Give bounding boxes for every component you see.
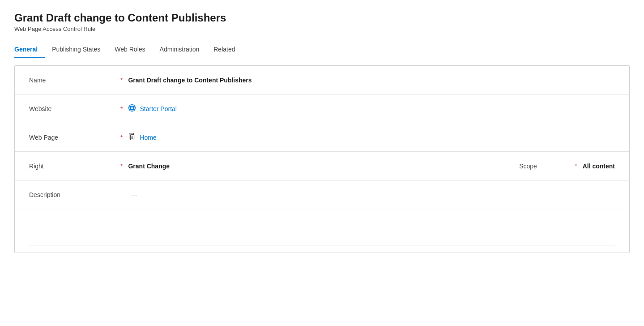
website-required-star: *: [120, 105, 123, 112]
scope-required-star: *: [575, 163, 577, 170]
name-value: Grant Draft change to Content Publishers: [128, 77, 252, 84]
scope-value: All content: [583, 163, 615, 170]
name-row: Name * Grant Draft change to Content Pub…: [15, 66, 629, 94]
scope-label: Scope: [519, 163, 573, 170]
globe-icon: [128, 104, 136, 113]
website-row: Website * Starter Portal: [15, 94, 629, 123]
right-scope-row: Right * Grant Change Scope * All content: [15, 152, 629, 180]
tab-publishing-states[interactable]: Publishing States: [45, 41, 107, 58]
webpage-required-star: *: [120, 134, 123, 141]
form-bottom-padding: [15, 245, 629, 253]
webpage-label: Web Page: [29, 134, 119, 141]
page-subtitle: Web Page Access Control Rule: [14, 26, 630, 32]
tabs-nav: General Publishing States Web Roles Admi…: [14, 41, 630, 58]
tab-web-roles[interactable]: Web Roles: [107, 41, 152, 58]
website-link-text: Starter Portal: [140, 105, 176, 112]
form-container: Name * Grant Draft change to Content Pub…: [14, 65, 630, 253]
tab-related[interactable]: Related: [206, 41, 242, 58]
website-value[interactable]: Starter Portal: [128, 104, 176, 113]
name-required-star: *: [120, 77, 123, 84]
description-row: Description ---: [15, 180, 629, 209]
name-label: Name: [29, 77, 119, 84]
right-section: Right * Grant Change: [29, 163, 505, 170]
page-title: Grant Draft change to Content Publishers: [14, 11, 630, 25]
right-required-star: *: [120, 163, 123, 170]
description-value: ---: [131, 191, 137, 198]
webpage-link-text: Home: [140, 134, 156, 141]
tab-general[interactable]: General: [14, 41, 45, 58]
scope-section: Scope * All content: [519, 163, 615, 170]
webpage-row: Web Page * Home: [15, 123, 629, 152]
description-label: Description: [29, 191, 119, 198]
page-header: Grant Draft change to Content Publishers…: [14, 11, 630, 32]
tab-administration[interactable]: Administration: [153, 41, 207, 58]
webpage-value[interactable]: Home: [128, 133, 156, 142]
right-label: Right: [29, 163, 119, 170]
right-value: Grant Change: [128, 163, 170, 170]
website-label: Website: [29, 105, 119, 112]
page-icon: [128, 133, 136, 142]
form-spacer: [15, 209, 629, 245]
